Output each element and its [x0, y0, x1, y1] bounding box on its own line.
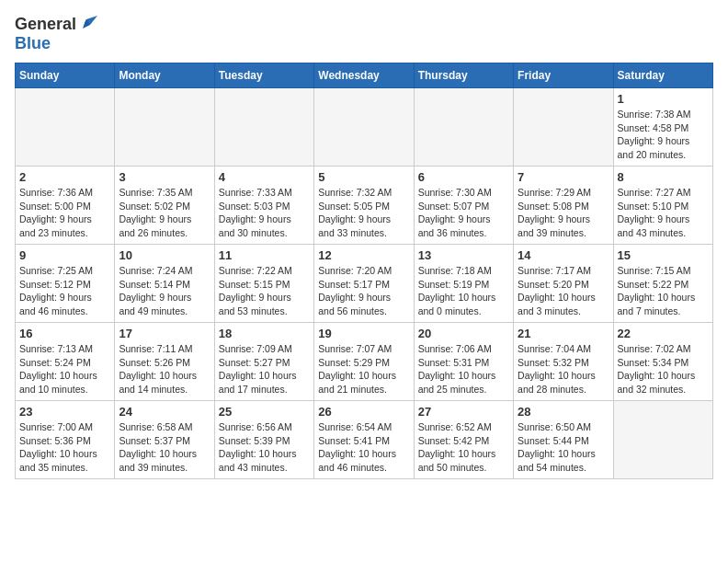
- day-number: 10: [119, 248, 210, 262]
- day-number: 27: [418, 405, 509, 419]
- day-info: Sunrise: 7:30 AM Sunset: 5:07 PM Dayligh…: [418, 186, 509, 240]
- day-number: 16: [19, 327, 110, 340]
- day-number: 4: [219, 170, 310, 184]
- calendar-cell: 12Sunrise: 7:20 AM Sunset: 5:17 PM Dayli…: [314, 245, 414, 323]
- day-info: Sunrise: 7:11 AM Sunset: 5:26 PM Dayligh…: [119, 342, 210, 396]
- calendar-header-row: SundayMondayTuesdayWednesdayThursdayFrid…: [16, 63, 713, 88]
- day-number: 28: [518, 405, 609, 419]
- day-info: Sunrise: 6:54 AM Sunset: 5:41 PM Dayligh…: [318, 420, 409, 475]
- day-info: Sunrise: 7:06 AM Sunset: 5:31 PM Dayligh…: [418, 342, 509, 396]
- weekday-header-monday: Monday: [115, 63, 214, 88]
- calendar-week-row: 1Sunrise: 7:38 AM Sunset: 4:58 PM Daylig…: [16, 88, 713, 167]
- calendar-cell: 11Sunrise: 7:22 AM Sunset: 5:15 PM Dayli…: [214, 245, 313, 323]
- weekday-header-friday: Friday: [514, 63, 613, 88]
- day-number: 12: [318, 248, 409, 262]
- day-info: Sunrise: 7:25 AM Sunset: 5:12 PM Dayligh…: [19, 264, 110, 318]
- calendar-cell: 25Sunrise: 6:56 AM Sunset: 5:39 PM Dayli…: [214, 401, 313, 479]
- day-info: Sunrise: 7:33 AM Sunset: 5:03 PM Dayligh…: [219, 186, 310, 240]
- day-info: Sunrise: 6:56 AM Sunset: 5:39 PM Dayligh…: [219, 420, 310, 475]
- day-number: 22: [618, 327, 709, 340]
- day-info: Sunrise: 7:09 AM Sunset: 5:27 PM Dayligh…: [219, 342, 310, 396]
- calendar-cell: [115, 88, 214, 167]
- day-info: Sunrise: 7:02 AM Sunset: 5:34 PM Dayligh…: [618, 342, 709, 396]
- day-number: 9: [19, 248, 110, 262]
- calendar-cell: 15Sunrise: 7:15 AM Sunset: 5:22 PM Dayli…: [613, 245, 712, 323]
- logo-blue-text: Blue: [15, 34, 97, 53]
- calendar-cell: 18Sunrise: 7:09 AM Sunset: 5:27 PM Dayli…: [214, 323, 313, 401]
- calendar-week-row: 9Sunrise: 7:25 AM Sunset: 5:12 PM Daylig…: [16, 245, 713, 323]
- day-info: Sunrise: 7:17 AM Sunset: 5:20 PM Dayligh…: [518, 264, 609, 318]
- calendar-cell: 16Sunrise: 7:13 AM Sunset: 5:24 PM Dayli…: [16, 323, 115, 401]
- day-info: Sunrise: 7:00 AM Sunset: 5:36 PM Dayligh…: [19, 420, 110, 475]
- calendar-cell: 3Sunrise: 7:35 AM Sunset: 5:02 PM Daylig…: [115, 167, 214, 245]
- calendar-cell: 10Sunrise: 7:24 AM Sunset: 5:14 PM Dayli…: [115, 245, 214, 323]
- logo: General Blue: [15, 15, 97, 53]
- day-info: Sunrise: 6:58 AM Sunset: 5:37 PM Dayligh…: [119, 420, 210, 475]
- day-number: 24: [119, 405, 210, 419]
- day-number: 15: [618, 248, 709, 262]
- calendar-week-row: 16Sunrise: 7:13 AM Sunset: 5:24 PM Dayli…: [16, 323, 713, 401]
- calendar-cell: 28Sunrise: 6:50 AM Sunset: 5:44 PM Dayli…: [514, 401, 613, 479]
- calendar-cell: [214, 88, 313, 167]
- day-number: 13: [418, 248, 509, 262]
- day-number: 14: [518, 248, 609, 262]
- logo-bird-icon: [77, 16, 97, 34]
- day-info: Sunrise: 6:52 AM Sunset: 5:42 PM Dayligh…: [418, 420, 509, 475]
- day-number: 25: [219, 405, 310, 419]
- day-number: 7: [518, 170, 609, 184]
- day-info: Sunrise: 7:07 AM Sunset: 5:29 PM Dayligh…: [318, 342, 409, 396]
- calendar-cell: 2Sunrise: 7:36 AM Sunset: 5:00 PM Daylig…: [16, 167, 115, 245]
- day-number: 18: [219, 327, 310, 340]
- weekday-header-thursday: Thursday: [414, 63, 513, 88]
- calendar-cell: [16, 88, 115, 167]
- calendar-cell: 5Sunrise: 7:32 AM Sunset: 5:05 PM Daylig…: [314, 167, 414, 245]
- day-number: 2: [19, 170, 110, 184]
- day-info: Sunrise: 7:27 AM Sunset: 5:10 PM Dayligh…: [618, 186, 709, 240]
- calendar-cell: [314, 88, 414, 167]
- day-info: Sunrise: 7:24 AM Sunset: 5:14 PM Dayligh…: [119, 264, 210, 318]
- weekday-header-wednesday: Wednesday: [314, 63, 414, 88]
- day-info: Sunrise: 7:13 AM Sunset: 5:24 PM Dayligh…: [19, 342, 110, 396]
- calendar-cell: 17Sunrise: 7:11 AM Sunset: 5:26 PM Dayli…: [115, 323, 214, 401]
- calendar-cell: 19Sunrise: 7:07 AM Sunset: 5:29 PM Dayli…: [314, 323, 414, 401]
- day-info: Sunrise: 7:15 AM Sunset: 5:22 PM Dayligh…: [618, 264, 709, 318]
- calendar-cell: 24Sunrise: 6:58 AM Sunset: 5:37 PM Dayli…: [115, 401, 214, 479]
- day-info: Sunrise: 7:22 AM Sunset: 5:15 PM Dayligh…: [219, 264, 310, 318]
- calendar-cell: [414, 88, 513, 167]
- calendar-cell: 13Sunrise: 7:18 AM Sunset: 5:19 PM Dayli…: [414, 245, 513, 323]
- calendar-cell: 14Sunrise: 7:17 AM Sunset: 5:20 PM Dayli…: [514, 245, 613, 323]
- day-number: 3: [119, 170, 210, 184]
- calendar-week-row: 23Sunrise: 7:00 AM Sunset: 5:36 PM Dayli…: [16, 401, 713, 479]
- day-number: 5: [318, 170, 409, 184]
- day-info: Sunrise: 7:18 AM Sunset: 5:19 PM Dayligh…: [418, 264, 509, 318]
- page-header: General Blue: [15, 15, 713, 53]
- day-info: Sunrise: 7:32 AM Sunset: 5:05 PM Dayligh…: [318, 186, 409, 240]
- day-number: 8: [618, 170, 709, 184]
- weekday-header-saturday: Saturday: [613, 63, 712, 88]
- day-info: Sunrise: 7:38 AM Sunset: 4:58 PM Dayligh…: [618, 108, 709, 162]
- calendar-cell: 20Sunrise: 7:06 AM Sunset: 5:31 PM Dayli…: [414, 323, 513, 401]
- calendar-cell: 22Sunrise: 7:02 AM Sunset: 5:34 PM Dayli…: [613, 323, 712, 401]
- calendar-table: SundayMondayTuesdayWednesdayThursdayFrid…: [15, 63, 713, 479]
- day-number: 19: [318, 327, 409, 340]
- calendar-cell: 21Sunrise: 7:04 AM Sunset: 5:32 PM Dayli…: [514, 323, 613, 401]
- calendar-cell: 1Sunrise: 7:38 AM Sunset: 4:58 PM Daylig…: [613, 88, 712, 167]
- day-number: 11: [219, 248, 310, 262]
- calendar-cell: [613, 401, 712, 479]
- day-number: 21: [518, 327, 609, 340]
- calendar-cell: 7Sunrise: 7:29 AM Sunset: 5:08 PM Daylig…: [514, 167, 613, 245]
- day-number: 23: [19, 405, 110, 419]
- day-info: Sunrise: 7:36 AM Sunset: 5:00 PM Dayligh…: [19, 186, 110, 240]
- calendar-cell: 26Sunrise: 6:54 AM Sunset: 5:41 PM Dayli…: [314, 401, 414, 479]
- calendar-week-row: 2Sunrise: 7:36 AM Sunset: 5:00 PM Daylig…: [16, 167, 713, 245]
- day-info: Sunrise: 7:29 AM Sunset: 5:08 PM Dayligh…: [518, 186, 609, 240]
- calendar-cell: 6Sunrise: 7:30 AM Sunset: 5:07 PM Daylig…: [414, 167, 513, 245]
- calendar-cell: 8Sunrise: 7:27 AM Sunset: 5:10 PM Daylig…: [613, 167, 712, 245]
- day-info: Sunrise: 7:20 AM Sunset: 5:17 PM Dayligh…: [318, 264, 409, 318]
- day-info: Sunrise: 7:04 AM Sunset: 5:32 PM Dayligh…: [518, 342, 609, 396]
- day-number: 1: [618, 92, 709, 106]
- day-number: 6: [418, 170, 509, 184]
- calendar-cell: 23Sunrise: 7:00 AM Sunset: 5:36 PM Dayli…: [16, 401, 115, 479]
- day-info: Sunrise: 6:50 AM Sunset: 5:44 PM Dayligh…: [518, 420, 609, 475]
- calendar-cell: 27Sunrise: 6:52 AM Sunset: 5:42 PM Dayli…: [414, 401, 513, 479]
